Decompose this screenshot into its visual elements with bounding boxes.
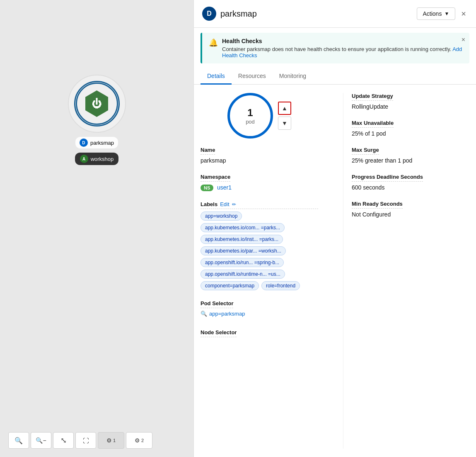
- scale-up-button[interactable]: ▲: [278, 102, 291, 115]
- pencil-icon: ✏: [232, 202, 236, 207]
- group2-icon: ⚙: [135, 437, 140, 444]
- node-circle[interactable]: ⏻: [68, 75, 126, 133]
- update-strategy-value: RollingUpdate: [352, 103, 469, 110]
- min-ready-label: Min Ready Seconds: [352, 201, 403, 209]
- panel-title-area: D parksmap: [202, 7, 257, 21]
- health-alert: 🔔 Health Checks Container parksmap does …: [201, 33, 469, 63]
- namespace-label: Namespace: [201, 174, 230, 182]
- namespace-field: Namespace NS user1: [201, 174, 318, 191]
- alert-close-button[interactable]: ×: [462, 36, 465, 44]
- header-actions: Actions ▼ ×: [417, 7, 468, 20]
- d-badge-small: D: [80, 139, 88, 147]
- pod-label: pod: [246, 119, 255, 125]
- group2-label: 2: [141, 438, 144, 443]
- close-button[interactable]: ×: [459, 7, 468, 20]
- max-surge-field: Max Surge 25% greater than 1 pod: [352, 147, 469, 164]
- list-item[interactable]: app=workshop: [201, 211, 242, 221]
- progress-deadline-field: Progress Deadline Seconds 600 seconds: [352, 174, 469, 191]
- max-unavailable-label: Max Unavailable: [352, 120, 394, 128]
- tab-monitoring[interactable]: Monitoring: [273, 68, 313, 85]
- deployment-badge: D: [202, 7, 216, 21]
- fit-button[interactable]: ⛶: [75, 432, 96, 449]
- group2-button[interactable]: ⚙ 2: [126, 432, 152, 449]
- node-label-parksmap[interactable]: D parksmap: [75, 137, 118, 148]
- panel-header: D parksmap Actions ▼ ×: [194, 0, 476, 28]
- tab-details[interactable]: Details: [201, 68, 232, 85]
- power-icon: ⏻: [84, 90, 110, 117]
- list-item[interactable]: app.kubernetes.io/par... =worksh...: [201, 246, 286, 255]
- list-item[interactable]: app.kubernetes.io/inst... =parks...: [201, 235, 283, 244]
- pod-stepper: ▲ ▼: [278, 102, 291, 130]
- labels-title: Labels: [201, 201, 217, 207]
- topology-node: ⏻ D parksmap A workshop: [68, 75, 126, 165]
- labels-edit-row: Labels Edit ✏: [201, 201, 318, 209]
- max-surge-label: Max Surge: [352, 147, 379, 155]
- pod-selector-label: Pod Selector: [201, 300, 233, 308]
- detail-panel: D parksmap Actions ▼ × 🔔 Health Checks C…: [193, 0, 476, 457]
- tabs-bar: Details Resources Monitoring: [194, 68, 476, 85]
- list-item[interactable]: component=parksmap: [201, 281, 259, 290]
- scale-down-button[interactable]: ▼: [278, 117, 291, 130]
- workshop-text: workshop: [91, 156, 114, 162]
- progress-deadline-value: 600 seconds: [352, 184, 469, 191]
- list-item[interactable]: app.openshift.io/run... =spring-b...: [201, 258, 284, 267]
- max-surge-value: 25% greater than 1 pod: [352, 157, 469, 164]
- group1-icon: ⚙: [106, 437, 112, 444]
- zoom-out-button[interactable]: 🔍−: [31, 432, 51, 449]
- panel-body: 1 pod ▲ ▼ Name parksmap: [194, 85, 476, 457]
- zoom-in-icon: 🔍: [14, 437, 23, 445]
- max-unavailable-value: 25% of 1 pod: [352, 130, 469, 137]
- actions-label: Actions: [423, 10, 442, 17]
- pod-selector-value: app=parksmap: [209, 311, 245, 317]
- alert-content: Health Checks Container parksmap does no…: [222, 38, 463, 58]
- zoom-in-button[interactable]: 🔍: [8, 432, 29, 449]
- pod-selector-field: Pod Selector 🔍 app=parksmap: [201, 300, 318, 317]
- bell-icon: 🔔: [209, 38, 218, 47]
- min-ready-field: Min Ready Seconds Not Configured: [352, 201, 469, 218]
- list-item[interactable]: app.kubernetes.io/com... =parks...: [201, 223, 285, 232]
- alert-text: Container parksmap does not have health …: [222, 46, 463, 58]
- reset-icon: ⤡: [60, 436, 67, 445]
- max-unavailable-field: Max Unavailable 25% of 1 pod: [352, 120, 469, 137]
- main-layout: ⏻ D parksmap A workshop 🔍 🔍− ⤡: [0, 0, 476, 457]
- update-strategy-label: Update Strategy: [352, 93, 393, 101]
- name-label: Name: [201, 147, 215, 155]
- name-field: Name parksmap: [201, 147, 318, 164]
- progress-deadline-label: Progress Deadline Seconds: [352, 174, 423, 182]
- list-item[interactable]: app.openshift.io/runtime-n... =us...: [201, 270, 285, 279]
- node-inner-ring: ⏻: [74, 81, 120, 126]
- alert-title: Health Checks: [222, 38, 463, 44]
- labels-edit-link[interactable]: Edit: [220, 201, 229, 207]
- group1-label: 1: [113, 438, 116, 443]
- pod-controls: 1 pod ▲ ▼: [201, 93, 318, 139]
- details-left: 1 pod ▲ ▼ Name parksmap: [201, 93, 326, 449]
- pod-selector-link[interactable]: 🔍 app=parksmap: [201, 311, 318, 317]
- tab-resources[interactable]: Resources: [232, 68, 273, 85]
- parksmap-node-text: parksmap: [90, 140, 114, 146]
- fit-icon: ⛶: [83, 437, 89, 444]
- ns-badge: NS: [201, 185, 213, 191]
- search-icon: 🔍: [201, 311, 207, 317]
- actions-button[interactable]: Actions ▼: [417, 7, 456, 20]
- group1-button[interactable]: ⚙ 1: [98, 432, 124, 449]
- canvas-area: ⏻ D parksmap A workshop 🔍 🔍− ⤡: [0, 0, 193, 457]
- alert-message: Container parksmap does not have health …: [222, 46, 451, 52]
- reset-button[interactable]: ⤡: [53, 432, 74, 449]
- labels-field: Labels Edit ✏ app=workshop app.kubernete…: [201, 201, 318, 290]
- namespace-link[interactable]: user1: [217, 184, 232, 191]
- namespace-value: NS user1: [201, 184, 318, 191]
- chevron-down-icon: ▼: [444, 11, 449, 17]
- min-ready-value: Not Configured: [352, 211, 469, 218]
- pod-ring-area: 1 pod ▲ ▼: [227, 93, 291, 139]
- update-strategy-field: Update Strategy RollingUpdate: [352, 93, 469, 110]
- pod-ring: 1 pod: [227, 93, 273, 139]
- labels-container: app=workshop app.kubernetes.io/com... =p…: [201, 211, 318, 290]
- zoom-out-icon: 🔍−: [36, 437, 46, 444]
- workshop-label[interactable]: A workshop: [75, 153, 119, 165]
- list-item[interactable]: role=frontend: [261, 281, 300, 290]
- details-right: Update Strategy RollingUpdate Max Unavai…: [343, 93, 469, 449]
- canvas-toolbar: 🔍 🔍− ⤡ ⛶ ⚙ 1 ⚙ 2: [8, 432, 152, 449]
- a-badge: A: [80, 155, 88, 163]
- name-value: parksmap: [201, 157, 318, 164]
- pod-count: 1: [247, 107, 253, 119]
